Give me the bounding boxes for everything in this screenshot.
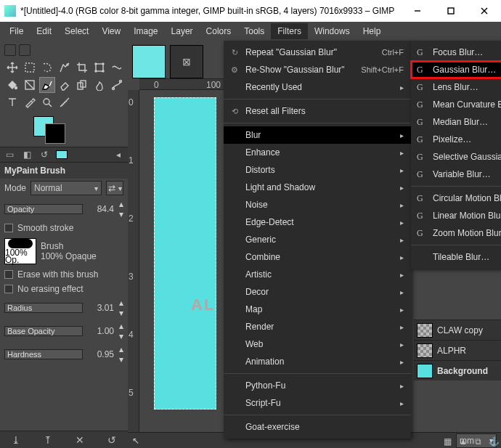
- hardness-stepper[interactable]: ▴▾: [119, 344, 123, 364]
- opacity-value[interactable]: 84.4: [86, 204, 116, 214]
- submenu-pixelize[interactable]: GPixelize…: [411, 131, 501, 148]
- menu-goat[interactable]: Goat-exercise: [224, 418, 411, 436]
- tool-crop[interactable]: [74, 60, 90, 76]
- menu-web[interactable]: Web▸: [224, 335, 411, 353]
- toolbox-config-icon[interactable]: [4, 44, 16, 56]
- menu-select[interactable]: Select: [58, 23, 95, 39]
- submenu-zoom-motion-blur[interactable]: GZoom Motion Blur…: [411, 224, 501, 242]
- submenu-gaussian-blur[interactable]: GGaussian Blur…: [411, 61, 501, 78]
- submenu-selective-gaussian[interactable]: GSelective Gaussian Blur…: [411, 148, 501, 166]
- menu-map[interactable]: Map▸: [224, 301, 411, 318]
- tab-device-icon[interactable]: ◧: [20, 150, 33, 160]
- menu-windows[interactable]: Windows: [308, 23, 357, 39]
- document-tab[interactable]: [132, 45, 166, 78]
- tool-path[interactable]: [109, 77, 125, 93]
- tool-free-select[interactable]: [39, 60, 55, 76]
- submenu-median-blur[interactable]: GMedian Blur…: [411, 113, 501, 131]
- delete-preset-icon[interactable]: ✕: [76, 434, 84, 446]
- tab-history-icon[interactable]: ↺: [38, 150, 51, 160]
- erase-checkbox[interactable]: [4, 270, 13, 279]
- mode-switch-icon[interactable]: ⇄: [106, 181, 123, 195]
- menu-reset[interactable]: ⟲Reset all Filters: [224, 102, 411, 120]
- tool-gradient[interactable]: [22, 77, 38, 93]
- submenu-linear-motion-blur[interactable]: GLinear Motion Blur…: [411, 207, 501, 224]
- menu-enhance[interactable]: Enhance▸: [224, 144, 411, 161]
- menu-layer[interactable]: Layer: [165, 23, 200, 39]
- new-layer-icon[interactable]: ▦: [444, 436, 452, 447]
- hardness-value[interactable]: 0.95: [86, 349, 116, 359]
- radius-stepper[interactable]: ▴▾: [119, 298, 123, 318]
- radius-value[interactable]: 3.01: [86, 303, 116, 313]
- radius-slider[interactable]: Radius: [4, 303, 83, 313]
- anchor-layer-icon[interactable]: ⚓: [489, 436, 500, 447]
- layer-row[interactable]: ALPHR: [414, 340, 501, 360]
- tool-text[interactable]: [4, 94, 20, 110]
- tool-picker[interactable]: [22, 94, 38, 110]
- menu-edge-detect[interactable]: Edge-Detect▸: [224, 213, 411, 231]
- toolbox-config-icon[interactable]: [19, 44, 30, 56]
- tool-smudge[interactable]: [91, 77, 107, 93]
- maximize-button[interactable]: [434, 0, 468, 22]
- menu-artistic[interactable]: Artistic▸: [224, 266, 411, 283]
- mode-dropdown[interactable]: Normal: [30, 181, 102, 195]
- restore-preset-icon[interactable]: ⤒: [44, 434, 52, 446]
- submenu-variable-blur[interactable]: GVariable Blur…: [411, 166, 501, 183]
- ruler-vertical[interactable]: 0 1 2 3 4 5: [128, 90, 139, 432]
- raise-layer-icon[interactable]: ▲: [459, 436, 468, 447]
- save-preset-icon[interactable]: ⤓: [12, 434, 20, 446]
- layer-row[interactable]: CLAW copy: [414, 319, 501, 340]
- menu-filters[interactable]: Filters: [271, 23, 308, 39]
- menu-python-fu[interactable]: Python-Fu▸: [224, 377, 411, 394]
- submenu-focus-blur[interactable]: GFocus Blur…: [411, 44, 501, 61]
- baseop-stepper[interactable]: ▴▾: [119, 321, 123, 341]
- tool-mypaint-brush[interactable]: [39, 77, 55, 93]
- menu-edit[interactable]: Edit: [30, 23, 58, 39]
- tool-zoom[interactable]: [39, 94, 55, 110]
- menu-help[interactable]: Help: [357, 23, 388, 39]
- menu-noise[interactable]: Noise▸: [224, 196, 411, 213]
- reset-preset-icon[interactable]: ↺: [107, 434, 116, 446]
- tab-tool-options-icon[interactable]: ▭: [3, 150, 16, 160]
- opacity-slider[interactable]: Opacity: [4, 204, 83, 214]
- menu-combine[interactable]: Combine▸: [224, 248, 411, 266]
- menu-image[interactable]: Image: [127, 23, 164, 39]
- menu-light-shadow[interactable]: Light and Shadow▸: [224, 179, 411, 196]
- menu-script-fu[interactable]: Script-Fu▸: [224, 394, 411, 412]
- menu-recent[interactable]: Recently Used▸: [224, 78, 411, 96]
- menu-generic[interactable]: Generic▸: [224, 231, 411, 248]
- submenu-mean-curvature-blur[interactable]: GMean Curvature Blur…: [411, 96, 501, 113]
- tool-transform[interactable]: [91, 60, 107, 76]
- submenu-circular-motion-blur[interactable]: GCircular Motion Blur…: [411, 190, 501, 207]
- dock-menu-icon[interactable]: ◂: [112, 150, 125, 160]
- tab-image-icon[interactable]: [55, 150, 68, 160]
- tool-clone[interactable]: [74, 77, 90, 93]
- menu-decor[interactable]: Decor▸: [224, 283, 411, 301]
- menu-tools[interactable]: Tools: [237, 23, 271, 39]
- bg-color-swatch[interactable]: [45, 123, 65, 144]
- menu-animation[interactable]: Animation▸: [224, 353, 411, 370]
- tool-measure[interactable]: [57, 94, 73, 110]
- canvas[interactable]: AL: [154, 97, 216, 410]
- tool-warp[interactable]: [109, 60, 125, 76]
- opacity-stepper[interactable]: ▴▾: [119, 199, 123, 219]
- menu-render[interactable]: Render▸: [224, 318, 411, 335]
- baseop-value[interactable]: 1.00: [86, 326, 116, 336]
- duplicate-layer-icon[interactable]: ⧉: [475, 436, 481, 447]
- hardness-slider[interactable]: Hardness: [4, 349, 83, 359]
- submenu-tileable-blur[interactable]: Tileable Blur…: [411, 248, 501, 266]
- menu-distorts[interactable]: Distorts▸: [224, 161, 411, 179]
- menu-blur[interactable]: Blur▸: [224, 126, 411, 144]
- menu-repeat[interactable]: ↻Repeat "Gaussian Blur"Ctrl+F: [224, 44, 411, 61]
- baseop-slider[interactable]: Base Opacity: [4, 326, 83, 336]
- minimize-button[interactable]: [401, 0, 434, 22]
- menu-colors[interactable]: Colors: [200, 23, 238, 39]
- menu-reshow[interactable]: ⚙Re-Show "Gaussian Blur"Shift+Ctrl+F: [224, 61, 411, 78]
- menu-file[interactable]: File: [3, 23, 30, 39]
- brush-preview[interactable]: 100% Op.: [4, 238, 36, 264]
- tool-rect-select[interactable]: [22, 60, 38, 76]
- close-button[interactable]: [468, 0, 501, 22]
- tool-fuzzy-select[interactable]: [57, 60, 73, 76]
- noerase-checkbox[interactable]: [4, 285, 13, 293]
- menu-view[interactable]: View: [95, 23, 127, 39]
- smooth-stroke-checkbox[interactable]: [4, 224, 13, 232]
